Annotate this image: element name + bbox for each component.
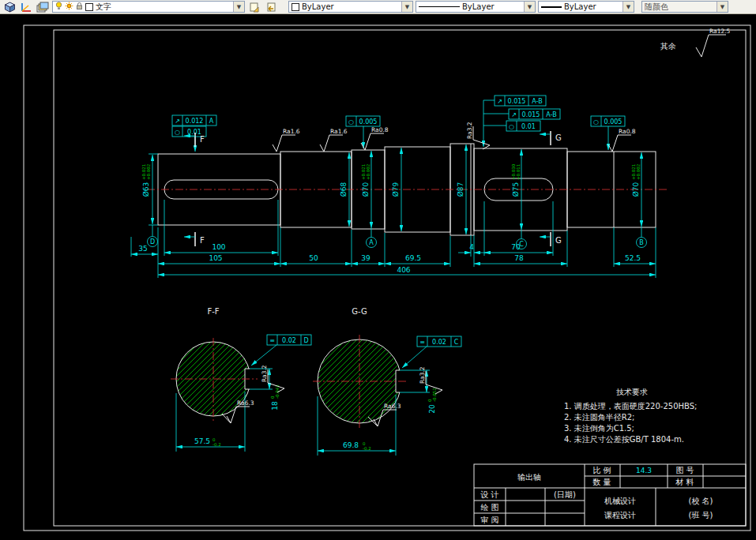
svg-text:B: B bbox=[639, 239, 644, 246]
gdt-frames: ↗0.012A ○0.01 ○0.005 ↗0.015A-B ↗0.015A-B bbox=[172, 96, 625, 152]
dim-39: 39 bbox=[352, 254, 385, 264]
roughness-ra0-8-b: Ra0.8 bbox=[608, 128, 636, 152]
svg-text:Ø79: Ø79 bbox=[392, 182, 400, 197]
svg-text:Ra1.6: Ra1.6 bbox=[330, 128, 348, 135]
dim-406: 406 bbox=[158, 266, 656, 275]
svg-text:材 料: 材 料 bbox=[675, 478, 694, 486]
section-gg-title: G-G bbox=[352, 307, 367, 316]
svg-text:Ra0.8: Ra0.8 bbox=[619, 128, 636, 135]
svg-text:(校 名): (校 名) bbox=[689, 497, 713, 505]
datum-A: A bbox=[367, 228, 377, 248]
layer-previous-icon[interactable] bbox=[264, 1, 278, 13]
svg-text:D: D bbox=[150, 238, 155, 246]
svg-text:20: 20 bbox=[428, 404, 436, 414]
linetype-combo[interactable]: ByLayer ▼ bbox=[416, 1, 536, 13]
linetype-combo-arrow-icon[interactable]: ▼ bbox=[524, 2, 535, 12]
plotstyle-combo[interactable]: 随颜色 ▼ bbox=[641, 1, 728, 13]
scale-value: 14.3 bbox=[636, 467, 652, 474]
svg-text:Ra3.2: Ra3.2 bbox=[466, 122, 473, 139]
svg-text:Ø87: Ø87 bbox=[457, 182, 465, 197]
layer-combo-arrow-icon[interactable]: ▼ bbox=[233, 2, 244, 12]
lineweight-combo[interactable]: ByLayer ▼ bbox=[538, 1, 634, 13]
roughness-ff-side: Ra3.2 bbox=[261, 365, 284, 392]
part-name: 输出轴 bbox=[517, 473, 541, 482]
dim-4: 4 bbox=[458, 243, 487, 253]
tech-title: 技术要求 bbox=[616, 388, 648, 396]
gdt-frame-round-005b: ○0.005 bbox=[591, 116, 625, 126]
svg-text:-0.2: -0.2 bbox=[213, 442, 221, 447]
svg-text:-0.052: -0.052 bbox=[432, 388, 437, 402]
drawing-canvas[interactable]: 其余 Ra12.5 Ø63+0.021+0.002 bbox=[0, 14, 756, 540]
svg-text:设 计: 设 计 bbox=[480, 490, 498, 499]
length-dims: 35 100 70 4 105 50 39 69.5 78 52.5 406 bbox=[131, 200, 656, 278]
linetype-combo-value: ByLayer bbox=[462, 2, 495, 11]
make-layer-current-icon[interactable] bbox=[247, 1, 261, 13]
svg-text:○: ○ bbox=[593, 118, 599, 126]
svg-text:≡: ≡ bbox=[419, 339, 425, 346]
svg-text:Ø70: Ø70 bbox=[362, 182, 370, 197]
svg-text:4: 4 bbox=[469, 243, 474, 251]
dim-100: 100 bbox=[164, 243, 278, 253]
svg-text:-0.2: -0.2 bbox=[363, 446, 371, 451]
svg-text:0.02: 0.02 bbox=[282, 337, 296, 344]
color-combo[interactable]: ByLayer ▼ bbox=[288, 1, 413, 13]
lineweight-combo-arrow-icon[interactable]: ▼ bbox=[622, 2, 634, 12]
svg-text:4. 未注尺寸公差按GB/T 1804-m.: 4. 未注尺寸公差按GB/T 1804-m. bbox=[564, 435, 684, 444]
plotstyle-combo-value: 随颜色 bbox=[645, 2, 668, 13]
gdt-frame-round-01b: ○0.01 bbox=[506, 121, 540, 131]
svg-text:数 量: 数 量 bbox=[592, 478, 611, 486]
gdt-frame-runout-012: ↗0.012A bbox=[172, 115, 216, 126]
view-cube-icon[interactable] bbox=[2, 1, 17, 13]
layer-properties-icon[interactable] bbox=[36, 1, 50, 13]
svg-text:Ra0.8: Ra0.8 bbox=[371, 126, 389, 133]
dim-dia-70a: Ø70+0.021+0.002 bbox=[361, 151, 371, 228]
roughness-ra1-6-b: Ra1.6 bbox=[320, 128, 348, 152]
svg-text:A: A bbox=[209, 118, 214, 125]
svg-text:A: A bbox=[369, 239, 374, 246]
ucs-icon[interactable] bbox=[19, 1, 33, 13]
svg-text:C: C bbox=[454, 339, 459, 346]
general-note-prefix: 其余 bbox=[660, 42, 676, 51]
svg-text:2. 未注圆角半径R2;: 2. 未注圆角半径R2; bbox=[564, 413, 634, 422]
svg-text:69.5: 69.5 bbox=[405, 254, 421, 262]
roughness-ra1-6-a: Ra1.6 bbox=[273, 128, 300, 152]
title-block: 输出轴 比 例 14.3 图 号 数 量 材 料 设 计 (日期) 绘 图 审 … bbox=[474, 464, 746, 526]
svg-text:Ra6.3: Ra6.3 bbox=[237, 399, 254, 407]
svg-text:+0.002: +0.002 bbox=[366, 164, 370, 180]
svg-text:39: 39 bbox=[361, 254, 370, 262]
layer-combo[interactable]: 文字 ▼ bbox=[52, 1, 245, 13]
color-combo-arrow-icon[interactable]: ▼ bbox=[401, 2, 412, 12]
svg-text:Ø63: Ø63 bbox=[142, 182, 150, 197]
svg-text:F: F bbox=[200, 135, 205, 144]
gdt-frame-sym-D: ≡0.02D bbox=[267, 335, 311, 345]
shaft-drawing: 其余 Ra12.5 Ø63+0.021+0.002 bbox=[0, 14, 756, 540]
svg-text:↗: ↗ bbox=[497, 98, 502, 105]
drawing-frame bbox=[24, 25, 750, 531]
lineweight-combo-value: ByLayer bbox=[564, 2, 596, 11]
svg-text:Ra3.2: Ra3.2 bbox=[419, 366, 426, 384]
svg-text:课程设计: 课程设计 bbox=[604, 511, 636, 519]
svg-text:比 例: 比 例 bbox=[592, 466, 611, 474]
svg-text:0.02: 0.02 bbox=[432, 339, 446, 346]
dim-69_5: 69.5 bbox=[385, 254, 450, 264]
layer-combo-value: 文字 bbox=[96, 2, 111, 13]
roughness-ra3-2-a: Ra3.2 bbox=[466, 122, 490, 149]
plotstyle-combo-arrow-icon[interactable]: ▼ bbox=[717, 2, 728, 12]
svg-text:Ø70: Ø70 bbox=[632, 182, 640, 197]
svg-text:○: ○ bbox=[175, 129, 180, 136]
svg-text:机械设计: 机械设计 bbox=[604, 497, 636, 505]
svg-text:图 号: 图 号 bbox=[675, 466, 694, 474]
dim-dia-63: Ø63+0.021+0.002 bbox=[141, 154, 158, 225]
svg-text:0.015: 0.015 bbox=[508, 98, 526, 105]
datum-D: D bbox=[148, 225, 158, 247]
svg-text:审 阅: 审 阅 bbox=[480, 516, 498, 524]
svg-text:A-B: A-B bbox=[546, 111, 556, 118]
linetype-sample bbox=[419, 6, 460, 7]
general-roughness-note: 其余 Ra12.5 bbox=[660, 28, 731, 57]
dim-52_5: 52.5 bbox=[614, 254, 656, 264]
svg-text:52.5: 52.5 bbox=[625, 254, 641, 262]
svg-text:35: 35 bbox=[138, 245, 147, 253]
section-ff-title: F-F bbox=[207, 307, 219, 316]
svg-text:+0.002: +0.002 bbox=[146, 164, 151, 180]
roughness-symbols: Ra1.6 Ra1.6 Ra0.8 Ra3.2 Ra0.8 bbox=[273, 122, 636, 152]
